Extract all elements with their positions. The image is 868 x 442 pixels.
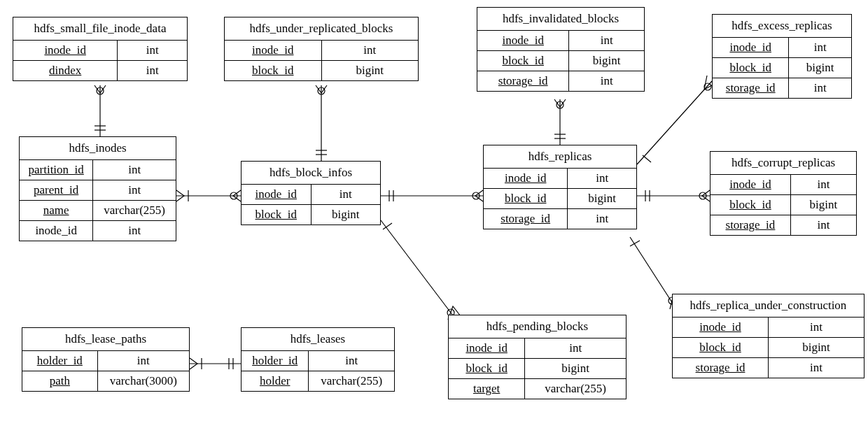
entity-pending: hdfs_pending_blocksinode_idintblock_idbi… [448,315,626,399]
svg-point-22 [699,192,706,199]
column-name: parent_id [20,180,93,201]
table-row: block_idbigint [449,359,626,379]
column-type: varchar(3000) [97,371,189,392]
columns-table: inode_idintblock_idbigintstorage_idint [673,318,864,378]
column-type: int [93,221,176,241]
column-name: storage_id [673,358,769,378]
table-row: holder_idint [241,351,394,371]
column-type: int [568,209,636,229]
table-row: holdervarchar(255) [241,371,394,392]
table-row: inode_idint [13,41,187,61]
column-type: bigint [525,359,626,379]
column-name: inode_id [713,38,789,58]
column-name: block_id [477,51,569,71]
column-name-text: block_id [699,341,741,354]
column-name: dindex [13,61,118,81]
column-name-text: target [473,382,500,395]
table-row: parent_idint [20,180,176,201]
column-type: int [569,71,644,92]
column-name-text: inode_id [729,41,771,54]
column-name-text: block_id [255,208,298,221]
column-name: storage_id [477,71,569,92]
column-name: storage_id [484,209,568,229]
column-type: int [93,160,176,180]
entity-lease_paths: hdfs_lease_pathsholder_idintpathvarchar(… [22,327,190,392]
column-name-text: parent_id [34,183,78,197]
column-type: varchar(255) [525,379,626,399]
table-row: inode_idint [20,221,176,241]
column-type: bigint [569,51,644,71]
column-name-text: inode_id [465,341,507,355]
entity-inodes: hdfs_inodespartition_idintparent_idintna… [19,136,176,241]
column-name: block_id [710,195,790,215]
table-row: inode_idint [225,41,418,61]
column-name-text: holder_id [37,354,83,367]
column-type: bigint [769,338,864,358]
column-type: bigint [789,58,851,78]
column-name: block_id [484,189,568,209]
entity-title: hdfs_corrupt_replicas [710,152,856,175]
svg-point-14 [230,192,237,199]
columns-table: inode_idintblock_idbigintstorage_idint [710,175,856,235]
entity-corrupt: hdfs_corrupt_replicasinode_idintblock_id… [710,151,857,236]
table-row: namevarchar(255) [20,201,176,221]
svg-point-1 [97,87,104,94]
column-name: block_id [673,338,769,358]
columns-table: inode_idintblock_idbigint [241,185,380,224]
entity-small_file: hdfs_small_file_inode_datainode_idintdin… [13,17,188,81]
table-row: inode_idint [713,38,851,58]
column-name: holder_id [241,351,309,371]
column-name-text: block_id [505,192,547,205]
table-row: inode_idint [449,338,626,359]
column-name-text: storage_id [696,361,746,374]
column-type: int [789,78,851,99]
column-type: int [321,41,418,61]
table-row: storage_idint [710,215,856,236]
entity-block_infos: hdfs_block_infosinode_idintblock_idbigin… [241,161,381,225]
columns-table: inode_idintblock_idbigintstorage_idint [484,169,636,229]
entity-title: hdfs_leases [241,328,394,351]
column-name: block_id [241,205,311,225]
column-type: int [769,318,864,338]
table-row: inode_idint [710,175,856,195]
columns-table: inode_idintblock_idbigintstorage_idint [477,31,644,91]
column-name: inode_id [20,221,93,241]
entity-title: hdfs_block_infos [241,162,380,185]
entity-excess: hdfs_excess_replicasinode_idintblock_idb… [712,14,852,99]
column-name: name [20,201,93,221]
column-name: storage_id [713,78,789,99]
column-type: varchar(255) [309,371,394,392]
column-name: partition_id [20,160,93,180]
table-row: storage_idint [673,358,864,378]
column-type: bigint [321,61,418,81]
table-row: storage_idint [713,78,851,99]
column-name-text: inode_id [699,320,741,334]
column-type: int [569,31,644,51]
entity-title: hdfs_small_file_inode_data [13,17,187,41]
entity-title: hdfs_under_replicated_blocks [225,17,418,41]
table-row: inode_idint [673,318,864,338]
columns-table: inode_idintblock_idbiginttargetvarchar(2… [449,338,626,399]
entity-title: hdfs_lease_paths [22,328,189,351]
column-name: inode_id [241,185,311,205]
svg-line-29 [381,220,455,318]
column-type: int [525,338,626,359]
column-name: inode_id [673,318,769,338]
entity-title: hdfs_replicas [484,145,636,169]
entity-under_repl: hdfs_under_replicated_blocksinode_idintb… [224,17,419,81]
column-name: inode_id [449,338,525,359]
entity-title: hdfs_invalidated_blocks [477,8,644,31]
column-type: int [790,175,856,195]
entity-ruc: hdfs_replica_under_constructioninode_idi… [672,294,864,378]
table-row: inode_idint [241,185,380,205]
table-row: block_idbigint [673,338,864,358]
entity-title: hdfs_replica_under_construction [673,294,864,318]
column-name-text: inode_id [729,178,771,191]
column-type: int [97,351,189,371]
entity-title: hdfs_pending_blocks [449,315,626,338]
column-name: block_id [225,61,321,81]
entity-leases: hdfs_leasesholder_idintholdervarchar(255… [241,327,395,392]
column-name-text: storage_id [498,74,548,87]
column-type: bigint [568,189,636,209]
column-name-text: dindex [49,64,81,77]
